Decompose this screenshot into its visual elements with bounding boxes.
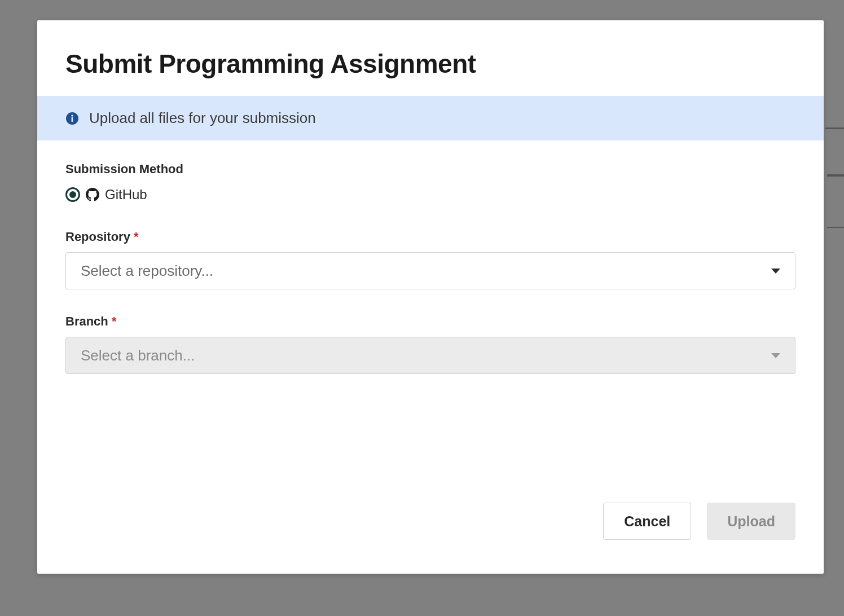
backdrop-divider <box>827 174 844 177</box>
info-banner: Upload all files for your submission <box>37 96 824 140</box>
required-indicator: * <box>134 230 139 244</box>
svg-rect-1 <box>72 117 73 122</box>
chevron-down-icon <box>771 353 780 358</box>
cancel-button[interactable]: Cancel <box>603 503 691 540</box>
branch-field-group: Branch * Select a branch... <box>65 314 795 374</box>
modal-body: Submission Method GitHub Repository * Se… <box>37 140 824 491</box>
info-banner-text: Upload all files for your submission <box>89 109 316 127</box>
github-icon <box>86 188 99 201</box>
radio-button[interactable] <box>65 187 80 202</box>
submission-method-label: Submission Method <box>65 162 795 177</box>
backdrop-divider <box>825 127 844 129</box>
branch-dropdown: Select a branch... <box>65 337 795 374</box>
repository-label: Repository * <box>65 230 795 244</box>
branch-label-text: Branch <box>65 314 108 328</box>
submit-assignment-modal: Submit Programming Assignment Upload all… <box>37 20 824 574</box>
modal-header: Submit Programming Assignment <box>37 20 824 96</box>
repository-label-text: Repository <box>65 230 130 244</box>
branch-placeholder: Select a branch... <box>81 347 195 364</box>
modal-footer: Cancel Upload <box>37 491 824 574</box>
repository-field-group: Repository * Select a repository... <box>65 230 795 289</box>
repository-placeholder: Select a repository... <box>81 262 213 280</box>
svg-point-2 <box>71 115 73 117</box>
chevron-down-icon <box>771 269 780 274</box>
required-indicator: * <box>112 314 117 328</box>
upload-button[interactable]: Upload <box>707 503 795 540</box>
radio-selected-indicator <box>69 191 76 198</box>
repository-dropdown[interactable]: Select a repository... <box>65 252 795 289</box>
backdrop-divider <box>827 227 844 228</box>
radio-label-github: GitHub <box>105 187 147 203</box>
info-icon <box>65 112 79 125</box>
modal-title: Submit Programming Assignment <box>65 49 795 79</box>
submission-method-github-option[interactable]: GitHub <box>65 187 795 203</box>
branch-label: Branch * <box>65 314 795 329</box>
